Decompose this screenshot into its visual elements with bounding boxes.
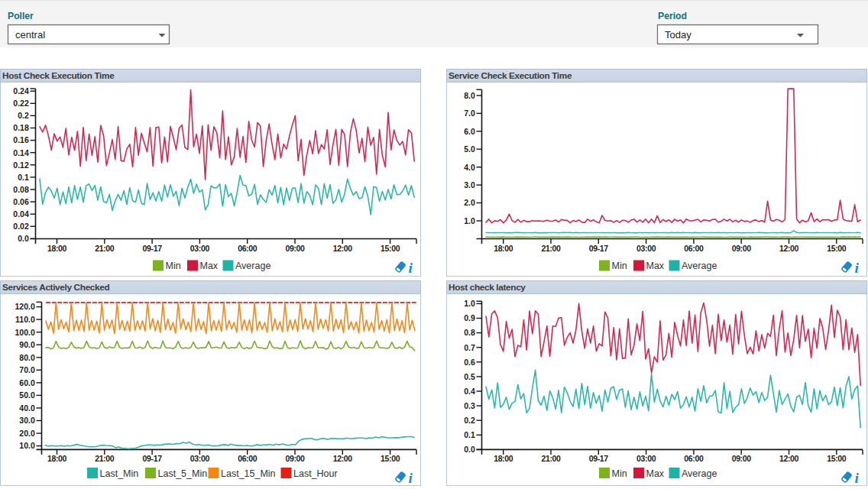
svg-text:40.0: 40.0: [19, 403, 35, 413]
svg-text:09-17: 09-17: [143, 454, 163, 463]
svg-text:i: i: [409, 260, 413, 276]
svg-text:30.0: 30.0: [19, 416, 35, 425]
svg-text:0.3: 0.3: [464, 401, 475, 410]
svg-text:15:00: 15:00: [827, 244, 847, 253]
svg-text:Host check latency: Host check latency: [449, 282, 526, 293]
svg-text:Average: Average: [682, 468, 717, 479]
svg-text:09:00: 09:00: [732, 244, 752, 253]
svg-text:15:00: 15:00: [381, 454, 400, 463]
svg-text:15:00: 15:00: [381, 244, 400, 253]
svg-text:i: i: [409, 470, 413, 486]
svg-text:Last_Hour: Last_Hour: [293, 468, 338, 479]
svg-text:Service Check Execution Time: Service Check Execution Time: [449, 70, 572, 81]
svg-text:Host Check Execution Time: Host Check Execution Time: [2, 70, 115, 81]
svg-text:i: i: [855, 260, 860, 276]
svg-text:Min: Min: [612, 261, 627, 271]
svg-text:12:00: 12:00: [779, 454, 799, 463]
svg-text:120.0: 120.0: [15, 302, 35, 311]
svg-text:15:00: 15:00: [827, 454, 847, 463]
svg-text:Last_15_Min: Last_15_Min: [221, 468, 276, 479]
svg-text:Today: Today: [665, 29, 691, 40]
svg-text:Max: Max: [646, 261, 665, 271]
svg-text:Period: Period: [658, 11, 687, 21]
svg-text:18:00: 18:00: [47, 454, 67, 463]
svg-text:6.0: 6.0: [464, 127, 475, 136]
svg-text:100.0: 100.0: [15, 328, 35, 337]
svg-text:03:00: 03:00: [190, 454, 210, 463]
svg-text:Max: Max: [646, 468, 665, 479]
svg-text:21:00: 21:00: [95, 244, 115, 253]
svg-text:0.22: 0.22: [13, 99, 29, 108]
svg-text:Average: Average: [235, 261, 270, 271]
svg-text:0.2: 0.2: [18, 111, 29, 120]
svg-text:0.24: 0.24: [13, 86, 29, 96]
svg-text:0.9: 0.9: [464, 313, 475, 322]
svg-text:0.08: 0.08: [13, 185, 29, 194]
svg-text:80.0: 80.0: [19, 353, 35, 362]
svg-text:0.4: 0.4: [464, 387, 475, 396]
svg-text:60.0: 60.0: [19, 378, 35, 387]
svg-text:Min: Min: [166, 261, 181, 271]
svg-text:21:00: 21:00: [541, 454, 561, 463]
svg-text:06:00: 06:00: [238, 244, 257, 253]
svg-text:Last_Min: Last_Min: [100, 468, 139, 479]
svg-text:0.2: 0.2: [464, 416, 475, 425]
svg-text:03:00: 03:00: [636, 454, 656, 463]
svg-text:70.0: 70.0: [19, 365, 35, 374]
svg-text:06:00: 06:00: [684, 454, 704, 463]
svg-text:Average: Average: [682, 261, 717, 271]
svg-text:2.0: 2.0: [464, 198, 475, 207]
svg-text:0.7: 0.7: [464, 343, 475, 352]
svg-text:central: central: [15, 29, 45, 40]
svg-text:0.16: 0.16: [13, 135, 29, 144]
svg-text:06:00: 06:00: [238, 454, 257, 463]
svg-text:Services Actively Checked: Services Actively Checked: [2, 282, 109, 293]
svg-text:0.04: 0.04: [13, 209, 29, 219]
svg-text:1.0: 1.0: [464, 299, 475, 308]
svg-text:50.0: 50.0: [19, 390, 35, 400]
svg-text:18:00: 18:00: [494, 244, 513, 253]
svg-text:0.8: 0.8: [464, 328, 475, 337]
svg-text:3.0: 3.0: [464, 180, 475, 189]
svg-text:0.1: 0.1: [464, 430, 475, 439]
svg-text:90.0: 90.0: [19, 340, 35, 349]
svg-text:Max: Max: [200, 261, 219, 271]
svg-text:5.0: 5.0: [464, 144, 475, 154]
svg-text:110.0: 110.0: [15, 315, 35, 324]
svg-text:12:00: 12:00: [333, 454, 353, 463]
svg-text:03:00: 03:00: [190, 244, 210, 253]
svg-text:4.0: 4.0: [464, 163, 475, 172]
svg-text:0.6: 0.6: [464, 358, 475, 367]
svg-text:Poller: Poller: [8, 11, 34, 21]
svg-text:12:00: 12:00: [779, 244, 799, 253]
svg-text:0.02: 0.02: [13, 222, 29, 231]
svg-text:03:00: 03:00: [636, 244, 656, 253]
svg-text:0.0: 0.0: [464, 445, 475, 454]
svg-text:12:00: 12:00: [333, 244, 353, 253]
svg-text:0.5: 0.5: [464, 372, 475, 381]
svg-text:09:00: 09:00: [732, 454, 752, 463]
svg-text:09-17: 09-17: [589, 244, 609, 253]
svg-text:0.0: 0.0: [18, 234, 29, 243]
svg-text:21:00: 21:00: [541, 244, 561, 253]
svg-text:i: i: [855, 470, 860, 486]
svg-text:10.0: 10.0: [19, 441, 35, 450]
svg-text:06:00: 06:00: [684, 244, 704, 253]
svg-text:0.1: 0.1: [18, 173, 29, 182]
svg-text:1.0: 1.0: [464, 216, 475, 225]
svg-text:0.18: 0.18: [13, 123, 29, 132]
svg-text:09:00: 09:00: [285, 454, 305, 463]
svg-text:09-17: 09-17: [589, 454, 609, 463]
svg-text:Min: Min: [612, 468, 627, 479]
svg-text:09:00: 09:00: [285, 244, 305, 253]
svg-text:09-17: 09-17: [143, 244, 163, 253]
svg-text:0.12: 0.12: [13, 160, 29, 170]
svg-text:20.0: 20.0: [19, 429, 35, 438]
svg-text:0.14: 0.14: [13, 148, 29, 157]
svg-text:Last_5_Min: Last_5_Min: [158, 468, 208, 479]
svg-text:0.06: 0.06: [13, 197, 29, 206]
svg-text:8.0: 8.0: [464, 91, 475, 100]
svg-text:18:00: 18:00: [494, 454, 513, 463]
svg-text:21:00: 21:00: [95, 454, 115, 463]
svg-text:7.0: 7.0: [464, 108, 475, 118]
